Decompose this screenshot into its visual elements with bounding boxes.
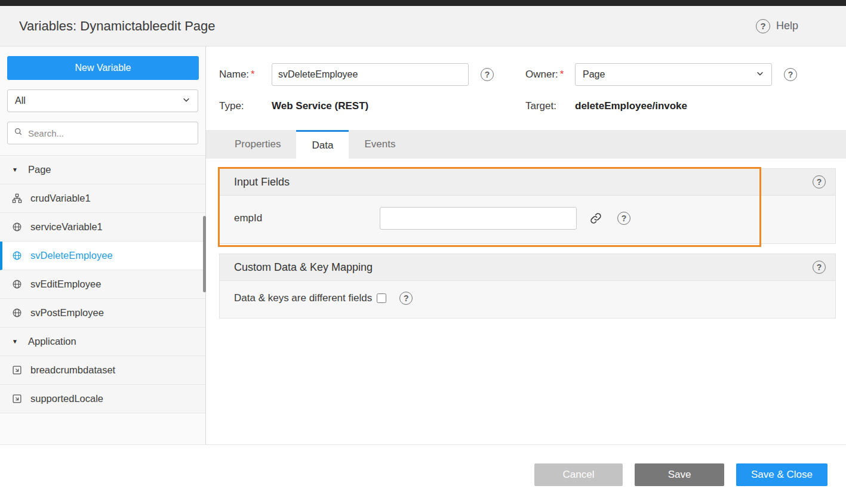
tab-data[interactable]: Data xyxy=(296,130,349,159)
dataset-icon xyxy=(12,394,23,404)
sidebar-item-supportedlocale[interactable]: supportedLocale xyxy=(0,385,205,413)
target-value: deleteEmployee/invoke xyxy=(575,100,772,112)
sidebar-item-label: serviceVariable1 xyxy=(30,221,103,233)
window-top-strip xyxy=(0,0,846,6)
different-fields-label: Data & keys are different fields xyxy=(234,292,372,304)
name-label: Name:* xyxy=(219,69,272,81)
sidebar-group-page[interactable]: ▼ Page xyxy=(0,156,205,184)
save-and-close-button[interactable]: Save & Close xyxy=(736,463,827,486)
custom-data-section: Custom Data & Key Mapping ? Data & keys … xyxy=(219,253,836,319)
variable-form: Name:* ? Owner:* Page ? xyxy=(206,47,846,112)
globe-icon xyxy=(12,279,23,290)
cancel-button[interactable]: Cancel xyxy=(534,463,623,486)
globe-icon xyxy=(12,222,23,233)
name-help-icon[interactable]: ? xyxy=(481,68,494,81)
help-label[interactable]: Help xyxy=(776,20,798,32)
crud-icon xyxy=(12,193,23,204)
name-input[interactable] xyxy=(272,63,469,86)
variables-sidebar: New Variable All ▼ Page crudVariable1 xyxy=(0,47,206,444)
type-label: Type: xyxy=(219,100,272,112)
data-tab-content: Input Fields ? empId ? Custom xyxy=(206,159,846,444)
owner-select-value: Page xyxy=(583,69,605,80)
new-variable-button[interactable]: New Variable xyxy=(7,56,199,80)
custom-data-help-icon[interactable]: ? xyxy=(813,261,826,274)
save-button[interactable]: Save xyxy=(635,463,724,486)
sidebar-group-label: Page xyxy=(28,164,51,175)
input-fields-title: Input Fields xyxy=(234,176,290,188)
variable-list: ▼ Page crudVariable1 serviceVariable1 s xyxy=(0,155,205,413)
sidebar-item-label: crudVariable1 xyxy=(30,193,91,204)
sidebar-item-label: breadcrumbdataset xyxy=(30,364,115,376)
required-marker: * xyxy=(560,69,564,80)
sidebar-item-svdeleteemployee[interactable]: svDeleteEmployee xyxy=(0,242,205,270)
triangle-down-icon[interactable]: ▼ xyxy=(12,338,20,345)
variable-detail-panel: Name:* ? Owner:* Page ? xyxy=(206,47,846,444)
sidebar-group-application[interactable]: ▼ Application xyxy=(0,327,205,356)
bind-link-icon[interactable] xyxy=(590,212,602,224)
chevron-down-icon xyxy=(182,95,190,106)
custom-data-title: Custom Data & Key Mapping xyxy=(234,261,373,274)
search-input[interactable] xyxy=(28,128,192,138)
sidebar-item-crudvariable1[interactable]: crudVariable1 xyxy=(0,184,205,213)
page-title: Variables: Dynamictableedit Page xyxy=(19,18,216,34)
globe-icon xyxy=(12,251,23,261)
triangle-down-icon[interactable]: ▼ xyxy=(12,166,20,173)
filter-select[interactable]: All xyxy=(7,89,198,112)
input-fields-section: Input Fields ? empId ? xyxy=(219,168,836,244)
sidebar-item-label: svEditEmployee xyxy=(30,279,101,290)
owner-help-icon[interactable]: ? xyxy=(784,68,797,81)
globe-icon xyxy=(12,308,23,319)
filter-select-value: All xyxy=(15,95,26,106)
target-label: Target: xyxy=(525,100,575,112)
tab-properties[interactable]: Properties xyxy=(219,130,296,159)
search-icon xyxy=(14,127,23,139)
type-value: Web Service (REST) xyxy=(272,100,469,112)
different-fields-help-icon[interactable]: ? xyxy=(399,292,413,305)
owner-select[interactable]: Page xyxy=(575,63,772,86)
input-fields-help-icon[interactable]: ? xyxy=(813,175,826,188)
help-question-icon[interactable]: ? xyxy=(756,19,770,33)
sidebar-item-label: supportedLocale xyxy=(30,393,103,404)
empid-input[interactable] xyxy=(380,207,577,230)
dialog-header: Variables: Dynamictableedit Page ? Help xyxy=(0,6,846,47)
sidebar-item-svpostemployee[interactable]: svPostEmployee xyxy=(0,299,205,327)
dialog-footer: Cancel Save Save & Close xyxy=(0,444,846,504)
help-button[interactable]: ? Help xyxy=(756,19,798,33)
required-marker: * xyxy=(251,69,255,80)
empid-label: empId xyxy=(234,212,380,224)
owner-label: Owner:* xyxy=(525,69,575,81)
sidebar-item-label: svDeleteEmployee xyxy=(30,250,113,261)
sidebar-item-breadcrumbdataset[interactable]: breadcrumbdataset xyxy=(0,356,205,385)
sidebar-item-sveditemployee[interactable]: svEditEmployee xyxy=(0,270,205,299)
search-box[interactable] xyxy=(7,122,198,144)
different-fields-checkbox[interactable] xyxy=(377,293,386,303)
chevron-down-icon xyxy=(756,69,764,80)
tab-events[interactable]: Events xyxy=(349,130,411,159)
dataset-icon xyxy=(12,365,23,376)
empid-help-icon[interactable]: ? xyxy=(617,212,630,225)
sidebar-item-servicevariable1[interactable]: serviceVariable1 xyxy=(0,213,205,242)
tabbar: Properties Data Events xyxy=(206,130,846,159)
sidebar-item-label: svPostEmployee xyxy=(30,307,104,319)
sidebar-group-label: Application xyxy=(28,336,76,347)
